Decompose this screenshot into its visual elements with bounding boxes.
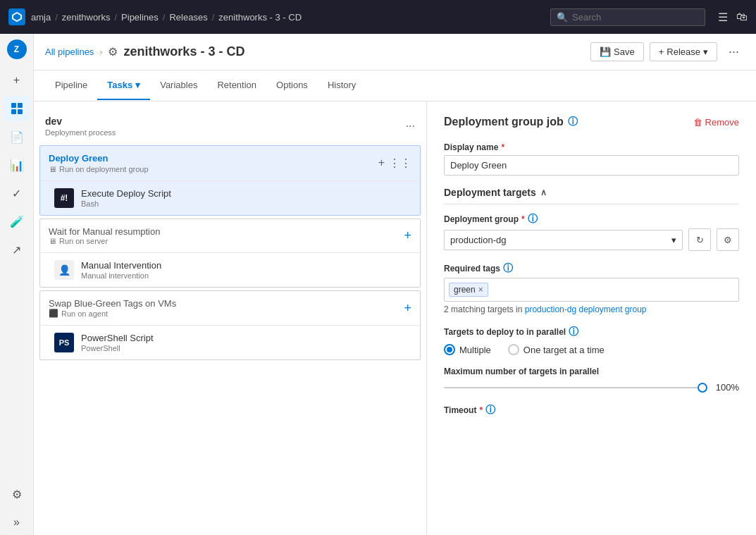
radio-multiple-label: Multiple (459, 345, 491, 355)
release-button[interactable]: + Release ▾ (650, 42, 717, 61)
sidebar-item-chart[interactable]: 📊 (4, 152, 30, 178)
deploy-green-group: Deploy Green 🖥 Run on deployment group +… (39, 145, 421, 216)
tag-value: green (454, 285, 476, 295)
deployment-group-dropdown[interactable]: production-dg ▾ (444, 230, 683, 250)
swap-tags-group: Swap Blue-Green Tags on VMs ⬛ Run on age… (39, 290, 421, 360)
match-link[interactable]: production-dg deployment group (525, 305, 647, 314)
bag-icon[interactable]: 🛍 (736, 11, 748, 24)
max-parallel-field: Maximum number of targets in parallel 10… (444, 367, 739, 393)
avatar: Z (7, 39, 27, 59)
ps-icon: PS (54, 333, 74, 352)
radio-multiple[interactable]: Multiple (444, 344, 491, 355)
tags-input[interactable]: green × (444, 278, 739, 302)
stage-more-button[interactable]: ··· (406, 120, 415, 133)
save-label: Save (614, 47, 635, 57)
wait-manual-header[interactable]: Wait for Manual resumption 🖥 Run on serv… (40, 219, 420, 252)
display-name-label: Display name * (444, 142, 739, 152)
tab-variables[interactable]: Variables (150, 71, 207, 100)
sidebar-item-overview[interactable] (4, 96, 30, 121)
radio-one[interactable]: One target at a time (508, 344, 605, 355)
page-header: All pipelines › ⚙ zenithworks - 3 - CD 💾… (34, 34, 756, 70)
tab-history[interactable]: History (318, 71, 366, 100)
breadcrumb-pipelines[interactable]: Pipelines (121, 12, 159, 23)
tag-remove-button[interactable]: × (478, 285, 483, 295)
all-pipelines-link[interactable]: All pipelines (45, 47, 94, 57)
sidebar-item-flask[interactable]: 🧪 (4, 209, 30, 234)
manual-task-type: Manual intervention (81, 271, 411, 280)
match-text: 2 matching targets in production-dg depl… (444, 305, 739, 314)
slider-value-label: 100% (716, 382, 739, 393)
top-bar-actions: ☰ 🛍 (718, 11, 748, 24)
dg-info-icon[interactable]: ⓘ (528, 213, 538, 226)
swap-tags-header[interactable]: Swap Blue-Green Tags on VMs ⬛ Run on age… (40, 291, 420, 325)
add-swap-button[interactable]: + (404, 301, 411, 316)
breadcrumb-releases[interactable]: Releases (169, 12, 207, 23)
swap-subtitle: ⬛ Run on agent (49, 309, 176, 318)
search-input[interactable] (572, 12, 699, 23)
ps-task-name: PowerShell Script (81, 333, 411, 343)
deployment-targets-collapse-icon[interactable]: ∧ (540, 187, 547, 197)
list-icon[interactable]: ☰ (718, 11, 728, 24)
save-button[interactable]: 💾 Save (590, 42, 644, 61)
title-info-icon[interactable]: ⓘ (568, 116, 578, 128)
breadcrumb-current: zenithworks - 3 - CD (218, 12, 302, 23)
add-task-button[interactable]: + (378, 156, 385, 170)
sidebar-item-docs[interactable]: 📄 (4, 124, 30, 149)
breadcrumb-amja[interactable]: amja (31, 12, 51, 23)
deployment-group-field: Deployment group * ⓘ production-dg ▾ ↻ ⚙ (444, 213, 739, 251)
stage-title: dev (45, 116, 116, 127)
stage-header: dev Deployment process ··· (34, 110, 426, 142)
task-powershell[interactable]: PS PowerShell Script PowerShell (40, 325, 420, 359)
breadcrumb-zenithworks[interactable]: zenithworks (62, 12, 111, 23)
parallel-field: Targets to deploy to in parallel ⓘ Multi… (444, 326, 739, 355)
main-content: All pipelines › ⚙ zenithworks - 3 - CD 💾… (34, 34, 756, 535)
radio-one-circle (508, 344, 519, 355)
right-panel-title: Deployment group job ⓘ (444, 116, 578, 128)
breadcrumb-chevron: › (99, 47, 102, 57)
agent-icon: ⬛ (49, 309, 58, 318)
tab-pipeline[interactable]: Pipeline (45, 71, 97, 100)
task-name: Execute Deploy Script (81, 188, 411, 199)
sidebar-item-add[interactable]: + (4, 68, 30, 93)
tasks-chevron-icon: ▾ (135, 80, 140, 90)
dropdown-chevron-icon: ▾ (671, 235, 676, 245)
deployment-group-label: Deployment group * ⓘ (444, 213, 739, 226)
radio-multiple-inner (447, 347, 452, 352)
tabs-bar: Pipeline Tasks ▾ Variables Retention Opt… (34, 70, 756, 102)
sidebar-item-check[interactable]: ✓ (4, 180, 30, 206)
breadcrumb: amja / zenithworks / Pipelines / Release… (31, 12, 302, 23)
parallel-info-icon[interactable]: ⓘ (569, 326, 578, 338)
task-execute-deploy[interactable]: #! Execute Deploy Script Bash (40, 180, 420, 215)
add-wait-button[interactable]: + (404, 228, 411, 243)
required-tags-field: Required tags ⓘ green × 2 matching targe… (444, 262, 739, 314)
max-parallel-slider[interactable] (444, 387, 707, 388)
manual-icon: 👤 (54, 260, 74, 280)
remove-button[interactable]: 🗑 Remove (693, 117, 739, 128)
drag-handle-icon[interactable]: ⋮⋮ (389, 156, 411, 170)
display-name-input[interactable] (444, 155, 739, 176)
sidebar: Z + 📄 📊 ✓ 🧪 ↗ ⚙ » (0, 34, 34, 535)
tags-info-icon[interactable]: ⓘ (503, 262, 513, 275)
tag-green: green × (449, 283, 488, 297)
deploy-green-title: Deploy Green (49, 153, 149, 164)
search-box[interactable]: 🔍 (550, 8, 705, 26)
deploy-green-header[interactable]: Deploy Green 🖥 Run on deployment group +… (40, 146, 420, 180)
page-title: zenithworks - 3 - CD (123, 44, 244, 59)
stage-subtitle: Deployment process (45, 128, 116, 137)
wait-subtitle: 🖥 Run on server (49, 237, 160, 245)
refresh-button[interactable]: ↻ (688, 228, 711, 251)
timeout-info-icon[interactable]: ⓘ (485, 404, 495, 417)
svg-rect-3 (18, 109, 23, 114)
more-options-button[interactable]: ··· (723, 42, 745, 62)
sidebar-item-expand[interactable]: » (4, 510, 30, 535)
left-panel: dev Deployment process ··· Deploy Green … (34, 102, 427, 535)
radio-multiple-circle (444, 344, 455, 355)
right-panel: Deployment group job ⓘ 🗑 Remove Display … (427, 102, 756, 535)
sidebar-item-arrow[interactable]: ↗ (4, 237, 30, 262)
tab-options[interactable]: Options (266, 71, 318, 100)
tab-retention[interactable]: Retention (207, 71, 266, 100)
task-manual-intervention[interactable]: 👤 Manual Intervention Manual interventio… (40, 252, 420, 287)
sidebar-item-settings[interactable]: ⚙ (4, 481, 30, 507)
tab-tasks[interactable]: Tasks ▾ (97, 71, 150, 100)
settings-button[interactable]: ⚙ (717, 228, 739, 251)
